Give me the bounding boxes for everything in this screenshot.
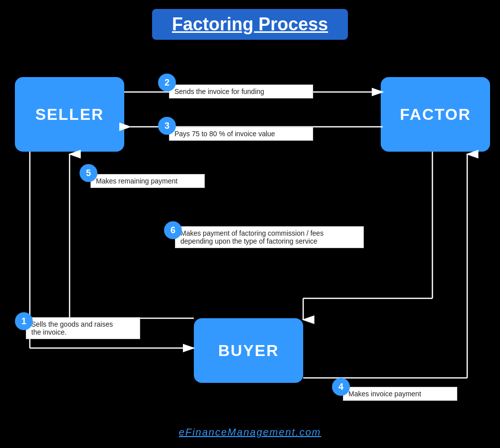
title-box: Factoring Process	[152, 9, 348, 40]
step-4-desc: Makes invoice payment	[343, 387, 457, 401]
buyer-label: BUYER	[218, 342, 279, 360]
step-3-desc: Pays 75 to 80 % of invoice value	[169, 127, 313, 141]
step-2-circle: 2	[158, 74, 176, 91]
factor-box: FACTOR	[381, 77, 490, 152]
page-title: Factoring Process	[172, 14, 328, 34]
step-2-desc: Sends the invoice for funding	[169, 85, 313, 98]
step-1-circle: 1	[15, 312, 33, 330]
step-6-desc: Makes payment of factoring commission / …	[175, 226, 364, 248]
buyer-box: BUYER	[194, 318, 303, 383]
seller-label: SELLER	[35, 105, 104, 124]
step-4-circle: 4	[332, 378, 350, 396]
step-6-circle: 6	[164, 221, 182, 239]
factor-label: FACTOR	[400, 105, 471, 124]
footer: eFinanceManagement.com	[179, 427, 321, 438]
step-5-circle: 5	[80, 164, 97, 182]
seller-box: SELLER	[15, 77, 124, 152]
step-3-circle: 3	[158, 117, 176, 135]
step-5-desc: Makes remaining payment	[90, 174, 205, 188]
step-1-desc: Sells the goods and raisesthe invoice.	[26, 317, 140, 339]
